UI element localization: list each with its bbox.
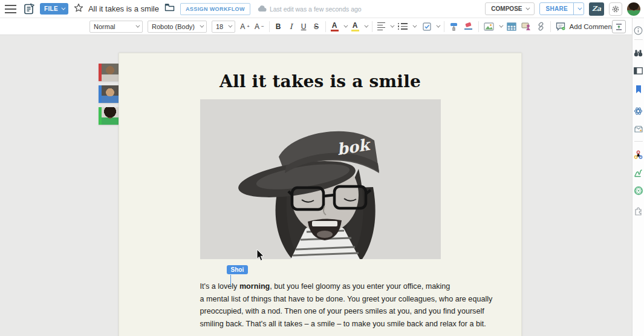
connections-icon[interactable] (634, 150, 643, 159)
folder-icon[interactable] (164, 3, 175, 15)
document-heading[interactable]: All it takes is a smile (200, 71, 441, 91)
chevron-down-icon (135, 24, 140, 28)
chevron-down-icon (577, 6, 582, 10)
insert-image-button[interactable] (484, 22, 494, 31)
zia-flower-icon[interactable] (634, 106, 643, 116)
gear-icon (611, 5, 620, 13)
text-run-bold: morning (239, 282, 270, 291)
file-menu-button[interactable]: FILE (40, 3, 68, 15)
top-bar: FILE All it takes is a smile ASSIGN WORK… (0, 0, 644, 18)
insert-table-button[interactable] (507, 22, 516, 31)
align-dropdown-icon[interactable] (390, 24, 394, 28)
chevron-down-icon (229, 24, 233, 28)
topbar-right-actions: COMPOSE SHARE Za (485, 2, 644, 16)
zia-assistant-button[interactable]: Za (589, 2, 604, 16)
bullet-list-button[interactable] (401, 23, 408, 30)
comment-icon (556, 22, 566, 31)
chevron-down-icon (526, 6, 530, 10)
minus-sign: − (261, 24, 264, 29)
increase-font-label: A (240, 22, 245, 31)
remote-cursor-caret (230, 275, 232, 286)
document-page[interactable]: All it takes is a smile bok (119, 53, 522, 336)
collaborator-list (99, 64, 119, 125)
increase-font-button[interactable]: A+ (240, 22, 250, 31)
strikethrough-button[interactable]: S (313, 22, 320, 31)
decrease-font-label: A (255, 22, 259, 31)
assign-workflow-button[interactable]: ASSIGN WORKFLOW (180, 3, 250, 15)
paragraph-line[interactable]: smiling back. That's all it takes – a sm… (200, 318, 441, 331)
font-size-select[interactable]: 18 (212, 21, 235, 33)
right-panel-sidebar (632, 18, 644, 336)
font-family-select[interactable]: Roboto (Body) (148, 21, 207, 33)
info-icon[interactable] (634, 25, 643, 35)
navigate-binoculars-icon[interactable] (634, 48, 643, 58)
collapse-toolbar-icon (615, 23, 623, 31)
paragraph-style-select[interactable]: Normal (89, 21, 143, 33)
collapse-toolbar-button[interactable] (612, 20, 626, 33)
font-size-value: 18 (216, 23, 223, 30)
user-avatar[interactable] (627, 2, 640, 16)
italic-button[interactable]: I (287, 22, 295, 31)
remote-cursor-label: Shoi (227, 265, 249, 274)
paragraph-block[interactable]: Shoi It's a lovely morning, but you feel… (200, 280, 441, 330)
share-dropdown[interactable] (573, 3, 584, 15)
link-button[interactable] (536, 22, 545, 31)
plus-sign: + (247, 24, 250, 29)
highlight-color-button[interactable]: A (351, 22, 359, 31)
page-layout-icon[interactable] (634, 66, 643, 76)
file-menu-label: FILE (44, 5, 58, 12)
last-edit-text: Last edit was a few seconds ago (270, 5, 362, 13)
collaborator-photo (102, 85, 119, 103)
inline-photo-girl-smiling[interactable]: bok (200, 99, 441, 259)
text-align-button[interactable] (377, 22, 385, 31)
merge-fields-button[interactable] (521, 22, 532, 31)
document-content: All it takes is a smile bok (200, 71, 441, 330)
paragraph-line[interactable]: It's a lovely morning, but you feel gloo… (200, 280, 441, 293)
checklist-dropdown-icon[interactable] (436, 24, 440, 28)
text-run: , but you feel gloomy as you enter your … (270, 282, 450, 291)
collaborator-avatar-3[interactable] (99, 107, 119, 125)
text-run: It's a lovely (200, 282, 239, 291)
highlight-dropdown-icon[interactable] (364, 24, 368, 28)
cloud-saved-icon (258, 5, 267, 12)
document-title[interactable]: All it takes is a smile (88, 4, 159, 13)
font-color-button[interactable]: A (331, 22, 339, 31)
collaborator-avatar-1[interactable] (99, 64, 119, 81)
writer-document-icon[interactable] (23, 3, 35, 15)
last-edit-status: Last edit was a few seconds ago (258, 5, 362, 13)
hamburger-menu-icon[interactable] (0, 5, 21, 13)
underline-button[interactable]: U (300, 22, 308, 31)
compose-label: COMPOSE (491, 5, 522, 12)
sign-icon[interactable] (634, 168, 643, 177)
bold-button[interactable]: B (275, 22, 282, 31)
tray-icon[interactable] (634, 124, 643, 134)
mouse-pointer-icon (256, 249, 266, 262)
chevron-down-icon (200, 24, 204, 28)
list-dropdown-icon[interactable] (412, 24, 417, 28)
extensions-puzzle-icon[interactable] (634, 206, 643, 216)
collaborator-photo (102, 107, 119, 125)
formatting-toolbar: Normal Roboto (Body) 18 A+ A− B I U S A … (0, 18, 632, 35)
editor-canvas[interactable]: All it takes is a smile bok (0, 35, 632, 336)
settings-button[interactable] (609, 2, 622, 16)
paragraph-line[interactable]: preoccupied, with a nod. Then one of you… (200, 305, 441, 318)
bookmark-icon[interactable] (634, 84, 643, 94)
decrease-font-button[interactable]: A− (255, 22, 264, 31)
eraser-icon[interactable] (463, 22, 473, 31)
add-comment-button[interactable]: Add Comment (556, 22, 614, 31)
font-color-dropdown-icon[interactable] (343, 24, 348, 28)
share-button[interactable]: SHARE (539, 2, 584, 15)
collaborator-photo (102, 64, 119, 81)
share-label: SHARE (540, 3, 573, 15)
paragraph-line[interactable]: a mental list of things that have to be … (200, 293, 441, 306)
openai-icon[interactable] (634, 186, 643, 196)
compose-button[interactable]: COMPOSE (485, 2, 535, 15)
format-painter-icon[interactable] (449, 22, 458, 31)
checklist-button[interactable] (423, 22, 431, 31)
favorite-star-icon[interactable] (74, 3, 83, 15)
image-dropdown-icon[interactable] (499, 24, 503, 28)
font-family-value: Roboto (Body) (152, 23, 195, 30)
collaborator-avatar-2[interactable] (99, 85, 119, 103)
paragraph-style-value: Normal (94, 23, 115, 30)
chevron-down-icon (61, 6, 65, 10)
